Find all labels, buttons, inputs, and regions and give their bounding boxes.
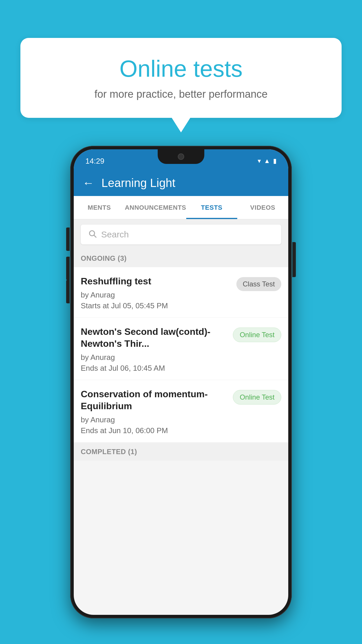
test-date-newtons: Ends at Jul 06, 10:45 AM — [81, 364, 228, 373]
test-info-newtons: Newton's Second law(contd)-Newton's Thir… — [81, 326, 228, 373]
search-placeholder: Search — [101, 230, 129, 239]
tab-announcements[interactable]: ANNOUNCEMENTS — [125, 196, 186, 219]
signal-icon: ▲ — [264, 157, 270, 165]
test-author-reshuffling: by Anurag — [81, 290, 232, 300]
phone-frame: 14:29 ▾ ▲ ▮ ← Learning Light MENTS ANNOU… — [70, 146, 292, 618]
completed-label: COMPLETED (1) — [81, 448, 137, 456]
bubble-subtitle: for more practice, better performance — [35, 88, 327, 100]
test-info-reshuffling: Reshuffling test by Anurag Starts at Jul… — [81, 275, 232, 310]
test-date-reshuffling: Starts at Jul 05, 05:45 PM — [81, 301, 232, 310]
tab-ments[interactable]: MENTS — [74, 196, 125, 219]
svg-line-1 — [94, 235, 96, 237]
search-bar[interactable]: Search — [81, 225, 281, 244]
wifi-icon: ▾ — [258, 157, 261, 165]
test-title-newtons: Newton's Second law(contd)-Newton's Thir… — [81, 326, 228, 350]
test-title-reshuffling: Reshuffling test — [81, 275, 232, 288]
test-author-conservation: by Anurag — [81, 415, 228, 424]
phone-notch — [158, 149, 204, 164]
bubble-title: Online tests — [35, 55, 327, 82]
test-badge-reshuffling: Class Test — [236, 277, 281, 291]
test-date-conservation: Ends at Jun 10, 06:00 PM — [81, 426, 228, 435]
back-button[interactable]: ← — [82, 176, 94, 190]
completed-section-header: COMPLETED (1) — [74, 443, 288, 461]
test-item-reshuffling[interactable]: Reshuffling test by Anurag Starts at Jul… — [74, 267, 288, 318]
ongoing-label: ONGOING (3) — [81, 254, 127, 262]
speech-bubble-container: Online tests for more practice, better p… — [20, 38, 342, 118]
test-title-conservation: Conservation of momentum-Equilibrium — [81, 388, 228, 412]
test-author-newtons: by Anurag — [81, 353, 228, 362]
ongoing-section-header: ONGOING (3) — [74, 250, 288, 267]
test-list: Reshuffling test by Anurag Starts at Jul… — [74, 267, 288, 442]
test-badge-conservation: Online Test — [233, 390, 281, 405]
test-badge-newtons: Online Test — [233, 328, 281, 342]
search-container: Search — [74, 219, 288, 250]
phone-screen: 14:29 ▾ ▲ ▮ ← Learning Light MENTS ANNOU… — [74, 149, 288, 615]
speech-bubble: Online tests for more practice, better p… — [20, 38, 342, 118]
test-item-conservation[interactable]: Conservation of momentum-Equilibrium by … — [74, 380, 288, 442]
tab-tests[interactable]: TESTS — [186, 196, 237, 219]
tabs-bar: MENTS ANNOUNCEMENTS TESTS VIDEOS — [74, 196, 288, 219]
battery-icon: ▮ — [273, 157, 277, 165]
test-info-conservation: Conservation of momentum-Equilibrium by … — [81, 388, 228, 435]
status-icons: ▾ ▲ ▮ — [258, 157, 277, 165]
search-icon — [88, 229, 97, 240]
tab-videos[interactable]: VIDEOS — [237, 196, 288, 219]
app-header: ← Learning Light — [74, 170, 288, 196]
phone-container: 14:29 ▾ ▲ ▮ ← Learning Light MENTS ANNOU… — [70, 146, 292, 618]
test-item-newtons[interactable]: Newton's Second law(contd)-Newton's Thir… — [74, 318, 288, 380]
app-title: Learning Light — [101, 176, 175, 190]
camera-dot — [178, 153, 184, 160]
